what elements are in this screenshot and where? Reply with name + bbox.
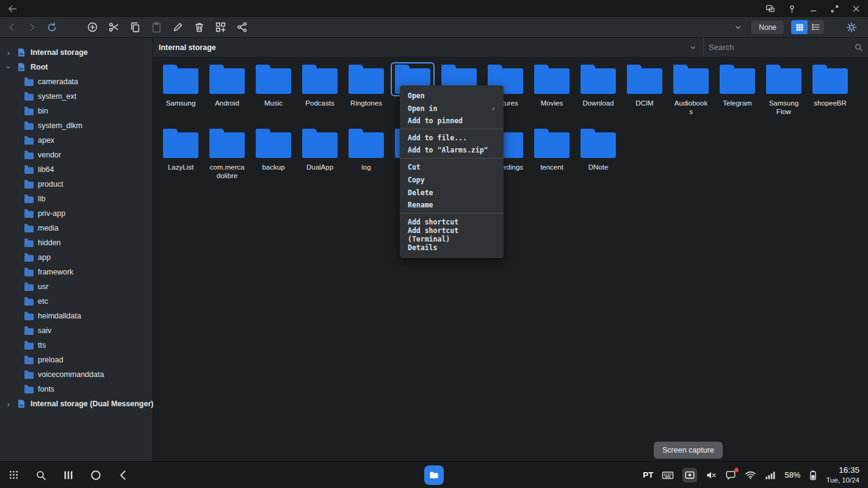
- folder-item[interactable]: com.mercadolibre: [204, 126, 250, 190]
- sidebar-folder-item[interactable]: hidden: [0, 235, 153, 250]
- context-menu-item[interactable]: Open: [400, 89, 504, 102]
- multi-select-icon[interactable]: [215, 21, 226, 33]
- mute-icon[interactable]: [706, 470, 717, 481]
- external-display-icon[interactable]: [765, 4, 775, 13]
- sidebar-folder-item[interactable]: bin: [0, 104, 153, 118]
- close-icon[interactable]: [852, 4, 861, 13]
- folder-item[interactable]: Audiobooks: [668, 62, 714, 126]
- sidebar-folder-item[interactable]: heimdalldata: [0, 309, 153, 323]
- sidebar-folder-item[interactable]: app: [0, 250, 153, 265]
- sidebar-folder-item[interactable]: product: [0, 177, 153, 192]
- path-chevron-down-icon[interactable]: [689, 43, 703, 52]
- sidebar-folder-item[interactable]: fonts: [0, 382, 153, 396]
- share-icon[interactable]: [236, 21, 248, 33]
- cut-icon[interactable]: [108, 21, 120, 33]
- folder-item[interactable]: DCIM: [621, 62, 668, 126]
- delete-icon[interactable]: [193, 21, 205, 33]
- copy-icon[interactable]: [129, 21, 141, 33]
- sidebar-folder-item[interactable]: framework: [0, 265, 153, 279]
- chevron-right-icon[interactable]: ›: [5, 400, 12, 409]
- folder-item[interactable]: Podcasts: [297, 62, 343, 126]
- back-icon[interactable]: [118, 470, 129, 481]
- nav-forward-icon[interactable]: [27, 23, 37, 32]
- sidebar-folder-item[interactable]: priv-app: [0, 206, 153, 221]
- context-menu-item[interactable]: Cut: [400, 160, 504, 173]
- sidebar-item-dual-messenger[interactable]: › Internal storage (Dual Messenger): [0, 396, 153, 411]
- context-menu-item[interactable]: Add to "Alarms.zip": [400, 144, 504, 159]
- sidebar-item-root[interactable]: › Root: [0, 60, 153, 74]
- sort-chevron-icon[interactable]: [731, 20, 745, 35]
- edit-icon[interactable]: [172, 21, 184, 33]
- pin-icon[interactable]: [787, 4, 797, 13]
- recents-icon[interactable]: [63, 470, 74, 481]
- clock[interactable]: 16:35 Tue, 10/24: [826, 465, 859, 484]
- my-files-app-icon[interactable]: [424, 465, 444, 485]
- sidebar-folder-item[interactable]: cameradata: [0, 74, 153, 89]
- apps-grid-icon[interactable]: [9, 470, 19, 480]
- folder-item[interactable]: DualApp: [297, 126, 343, 190]
- settings-gear-icon[interactable]: [846, 22, 857, 33]
- list-view-button[interactable]: [808, 20, 824, 34]
- sidebar-folder-item[interactable]: preload: [0, 353, 153, 367]
- context-menu-item[interactable]: Rename: [400, 199, 504, 214]
- sidebar-folder-item[interactable]: etc: [0, 294, 153, 309]
- filter-none-button[interactable]: None: [751, 21, 784, 34]
- folder-item[interactable]: Movies: [529, 62, 575, 126]
- chevron-expanded-icon[interactable]: ›: [4, 63, 13, 71]
- grid-view-button[interactable]: [791, 20, 808, 34]
- folder-item[interactable]: Samsung Flow: [761, 62, 807, 126]
- chevron-right-icon[interactable]: ›: [5, 48, 12, 57]
- sidebar-folder-item[interactable]: apex: [0, 133, 153, 148]
- folder-item[interactable]: backup: [250, 126, 297, 190]
- sidebar-folder-item[interactable]: usr: [0, 279, 153, 294]
- context-menu-item[interactable]: Add to pinned: [400, 115, 504, 129]
- notification-icon[interactable]: [725, 470, 736, 481]
- folder-item[interactable]: DNote: [575, 126, 621, 190]
- sidebar-folder-item[interactable]: lib64: [0, 162, 153, 177]
- sidebar-folder-item[interactable]: lib: [0, 192, 153, 206]
- sidebar-item-label: preload: [38, 356, 63, 364]
- folder-item[interactable]: Ringtones: [343, 62, 389, 126]
- folder-item[interactable]: tencent: [529, 126, 575, 190]
- folder-item[interactable]: shopeeBR: [807, 62, 853, 126]
- sidebar-item-internal-storage[interactable]: › Internal storage: [0, 45, 153, 60]
- breadcrumb[interactable]: Internal storage: [153, 43, 216, 52]
- folder-item[interactable]: Android: [204, 62, 250, 126]
- wifi-icon[interactable]: [745, 469, 756, 481]
- folder-item[interactable]: Music: [250, 62, 297, 126]
- paste-icon[interactable]: [151, 21, 162, 33]
- refresh-icon[interactable]: [46, 22, 57, 33]
- sidebar-folder-item[interactable]: saiv: [0, 323, 153, 338]
- search-icon[interactable]: [854, 43, 863, 52]
- home-icon[interactable]: [90, 470, 101, 481]
- folder-item[interactable]: Samsung: [157, 62, 204, 126]
- context-menu-item[interactable]: Copy: [400, 173, 504, 186]
- keyboard-language[interactable]: PT: [643, 470, 653, 479]
- add-icon[interactable]: [87, 21, 98, 33]
- context-menu-item[interactable]: Add to file...: [400, 131, 504, 144]
- folder-item[interactable]: Telegram: [714, 62, 761, 126]
- search-input[interactable]: [709, 43, 854, 52]
- context-menu-item[interactable]: Open in ›: [400, 102, 504, 115]
- context-menu-item[interactable]: Add shortcut (Terminal): [400, 228, 504, 241]
- folder-item[interactable]: Download: [575, 62, 621, 126]
- nav-back-icon[interactable]: [7, 23, 17, 32]
- menu-item-label: Add shortcut: [408, 218, 458, 226]
- search-icon[interactable]: [35, 470, 46, 481]
- minimize-icon[interactable]: [809, 4, 818, 13]
- sidebar-folder-item[interactable]: media: [0, 221, 153, 235]
- screen-capture-icon[interactable]: [682, 468, 697, 483]
- window-back-icon[interactable]: [7, 4, 18, 14]
- sidebar-folder-item[interactable]: tts: [0, 338, 153, 353]
- context-menu-item[interactable]: Delete: [400, 186, 504, 199]
- restore-icon[interactable]: [830, 4, 839, 13]
- keyboard-icon[interactable]: [662, 469, 674, 481]
- signal-icon[interactable]: [765, 470, 776, 481]
- folder-item[interactable]: log: [343, 126, 389, 190]
- sidebar-folder-item[interactable]: system_dlkm: [0, 118, 153, 133]
- sidebar-folder-item[interactable]: vendor: [0, 148, 153, 162]
- sidebar-folder-item[interactable]: system_ext: [0, 89, 153, 104]
- sidebar-folder-item[interactable]: voicecommanddata: [0, 367, 153, 382]
- folder-item[interactable]: LazyList: [157, 126, 204, 190]
- folder-icon: [720, 68, 755, 94]
